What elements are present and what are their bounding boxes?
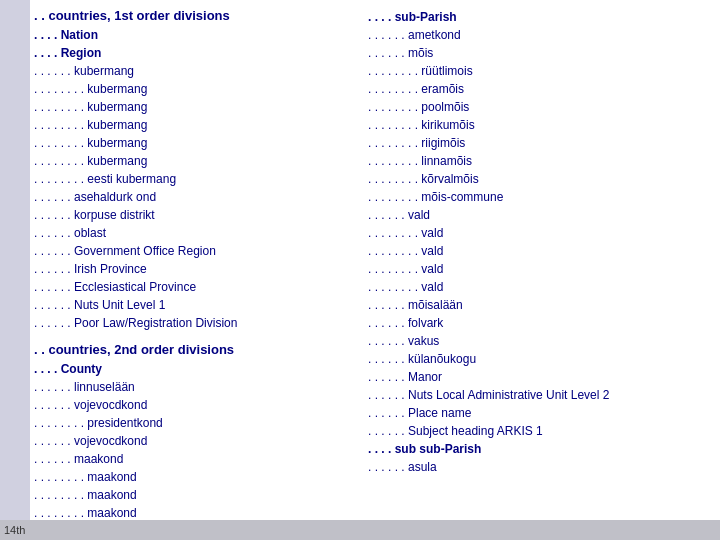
- list-item[interactable]: . . . . . . Government Office Region: [34, 242, 356, 260]
- list-item[interactable]: . . . . . . . . eramõis: [368, 80, 716, 98]
- bottom-bar: 14th: [0, 520, 720, 540]
- list-item[interactable]: . . . . . . . . vald: [368, 278, 716, 296]
- section1-header: . . countries, 1st order divisions: [34, 8, 356, 23]
- list-item[interactable]: . . . . . . Place name: [368, 404, 716, 422]
- section2-header: . . countries, 2nd order divisions: [34, 342, 356, 357]
- list-item[interactable]: . . . . . . asula: [368, 458, 716, 476]
- list-item[interactable]: . . . . County: [34, 360, 356, 378]
- list-item[interactable]: . . . . . . . . vald: [368, 260, 716, 278]
- list-item[interactable]: . . . . . . . . maakond: [34, 468, 356, 486]
- list-item[interactable]: . . . . . . mõis: [368, 44, 716, 62]
- list-item[interactable]: . . . . . . . . linnamõis: [368, 152, 716, 170]
- left-column: . . countries, 1st order divisions . . .…: [34, 8, 364, 532]
- list-item[interactable]: . . . . sub sub-Parish: [368, 440, 716, 458]
- left-sidebar: [0, 0, 30, 540]
- list-item[interactable]: . . . . . . linnuselään: [34, 378, 356, 396]
- list-item[interactable]: . . . . . . . . vald: [368, 224, 716, 242]
- list-item[interactable]: . . . . . . ametkond: [368, 26, 716, 44]
- list-item[interactable]: . . . . . . oblast: [34, 224, 356, 242]
- list-item[interactable]: . . . . . . folvark: [368, 314, 716, 332]
- list-item[interactable]: . . . . . . . . kubermang: [34, 98, 356, 116]
- list-item[interactable]: . . . . . . maakond: [34, 450, 356, 468]
- right-items: . . . . sub-Parish. . . . . . ametkond. …: [368, 8, 716, 476]
- list-item[interactable]: . . . . sub-Parish: [368, 8, 716, 26]
- list-item[interactable]: . . . . . . Nuts Local Administrative Un…: [368, 386, 716, 404]
- section2-items: . . . . County. . . . . . linnuselään. .…: [34, 360, 356, 540]
- list-item[interactable]: . . . . . . külanõukogu: [368, 350, 716, 368]
- list-item[interactable]: . . . . . . Irish Province: [34, 260, 356, 278]
- list-item[interactable]: . . . . . . vojevocdkond: [34, 432, 356, 450]
- list-item[interactable]: . . . . . . . . poolmõis: [368, 98, 716, 116]
- bottom-bar-text: 14th: [4, 524, 25, 536]
- list-item[interactable]: . . . . . . Subject heading ARKIS 1: [368, 422, 716, 440]
- section1-items: . . . . Nation. . . . Region. . . . . . …: [34, 26, 356, 332]
- list-item[interactable]: . . . . . . . . mõis-commune: [368, 188, 716, 206]
- right-column: . . . . sub-Parish. . . . . . ametkond. …: [364, 8, 716, 532]
- list-item[interactable]: . . . . . . Nuts Unit Level 1: [34, 296, 356, 314]
- list-item[interactable]: . . . . . . vojevocdkond: [34, 396, 356, 414]
- list-item[interactable]: . . . . . . . . kubermang: [34, 80, 356, 98]
- list-item[interactable]: . . . . . . mõisalään: [368, 296, 716, 314]
- content-area: . . countries, 1st order divisions . . .…: [30, 0, 720, 540]
- list-item[interactable]: . . . . . . . . kirikumõis: [368, 116, 716, 134]
- list-item[interactable]: . . . . . . . . eesti kubermang: [34, 170, 356, 188]
- list-item[interactable]: . . . . . . Poor Law/Registration Divisi…: [34, 314, 356, 332]
- list-item[interactable]: . . . . . . asehaldurk ond: [34, 188, 356, 206]
- list-item[interactable]: . . . . Nation: [34, 26, 356, 44]
- list-item[interactable]: . . . . . . vald: [368, 206, 716, 224]
- list-item[interactable]: . . . . . . . . rüütlimois: [368, 62, 716, 80]
- list-item[interactable]: . . . . . . . . kubermang: [34, 116, 356, 134]
- list-item[interactable]: . . . . . . . . presidentkond: [34, 414, 356, 432]
- list-item[interactable]: . . . . . . . . kubermang: [34, 134, 356, 152]
- main-content: . . countries, 1st order divisions . . .…: [0, 0, 720, 540]
- list-item[interactable]: . . . . . . . . vald: [368, 242, 716, 260]
- list-item[interactable]: . . . . . . Manor: [368, 368, 716, 386]
- list-item[interactable]: . . . . . . vakus: [368, 332, 716, 350]
- list-item[interactable]: . . . . . . . . riigimõis: [368, 134, 716, 152]
- list-item[interactable]: . . . . Region: [34, 44, 356, 62]
- list-item[interactable]: . . . . . . kubermang: [34, 62, 356, 80]
- list-item[interactable]: . . . . . . . . kubermang: [34, 152, 356, 170]
- list-item[interactable]: . . . . . . korpuse distrikt: [34, 206, 356, 224]
- list-item[interactable]: . . . . . . . . kõrvalmõis: [368, 170, 716, 188]
- list-item[interactable]: . . . . . . Ecclesiastical Province: [34, 278, 356, 296]
- list-item[interactable]: . . . . . . . . maakond: [34, 486, 356, 504]
